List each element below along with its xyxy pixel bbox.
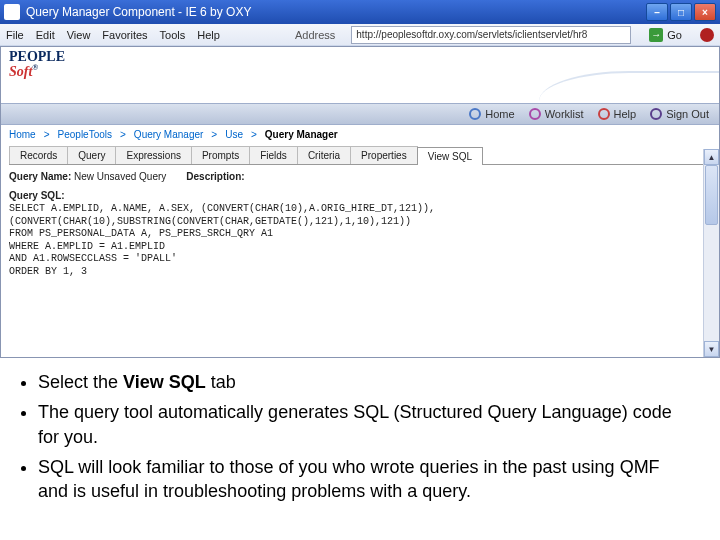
go-arrow-icon: → bbox=[649, 28, 663, 42]
minimize-button[interactable]: – bbox=[646, 3, 668, 21]
query-name-value: New Unsaved Query bbox=[74, 171, 166, 182]
worklist-icon bbox=[529, 108, 541, 120]
tab-criteria[interactable]: Criteria bbox=[297, 146, 351, 164]
scroll-thumb[interactable] bbox=[705, 165, 718, 225]
app-banner: PEOPLE Soft® bbox=[1, 47, 719, 103]
ie-icon bbox=[4, 4, 20, 20]
tabstrip: Records Query Expressions Prompts Fields… bbox=[9, 146, 711, 165]
scroll-up-button[interactable]: ▲ bbox=[704, 149, 719, 165]
crumb-use[interactable]: Use bbox=[225, 129, 243, 140]
topnav-worklist-label: Worklist bbox=[545, 108, 584, 120]
crumb-qmgr[interactable]: Query Manager bbox=[134, 129, 203, 140]
menubar: File Edit View Favorites Tools Help Addr… bbox=[0, 24, 720, 46]
sql-label: Query SQL: bbox=[9, 190, 711, 201]
window-titlebar: Query Manager Component - IE 6 by OXY – … bbox=[0, 0, 720, 24]
breadcrumb: Home> PeopleTools> Query Manager> Use> Q… bbox=[9, 129, 711, 142]
tab-view-sql[interactable]: View SQL bbox=[417, 147, 483, 165]
menu-file[interactable]: File bbox=[6, 29, 24, 41]
vertical-scrollbar[interactable]: ▲ ▼ bbox=[703, 149, 719, 357]
banner-decoration bbox=[539, 71, 719, 101]
tab-prompts[interactable]: Prompts bbox=[191, 146, 250, 164]
tab-query[interactable]: Query bbox=[67, 146, 116, 164]
help-icon bbox=[598, 108, 610, 120]
crumb-current: Query Manager bbox=[265, 129, 338, 140]
sql-text: SELECT A.EMPLID, A.NAME, A.SEX, (CONVERT… bbox=[9, 201, 711, 278]
page-body: Home> PeopleTools> Query Manager> Use> Q… bbox=[1, 125, 719, 335]
topnav-home-label: Home bbox=[485, 108, 514, 120]
close-button[interactable]: × bbox=[694, 3, 716, 21]
menu-help[interactable]: Help bbox=[197, 29, 220, 41]
window-controls: – □ × bbox=[646, 3, 716, 21]
crumb-home[interactable]: Home bbox=[9, 129, 36, 140]
menu-favorites[interactable]: Favorites bbox=[102, 29, 147, 41]
note-1-pre: Select the bbox=[38, 372, 123, 392]
topnav-signout[interactable]: Sign Out bbox=[650, 108, 709, 120]
address-label: Address bbox=[295, 29, 335, 41]
menu-tools[interactable]: Tools bbox=[160, 29, 186, 41]
logo-reg: ® bbox=[32, 63, 38, 72]
go-button[interactable]: → Go bbox=[649, 28, 682, 42]
note-2: The query tool automatically generates S… bbox=[38, 400, 694, 449]
links-icon[interactable] bbox=[700, 28, 714, 42]
maximize-button[interactable]: □ bbox=[670, 3, 692, 21]
query-name-label: Query Name: bbox=[9, 171, 71, 182]
slide-notes: Select the View SQL tab The query tool a… bbox=[0, 358, 720, 521]
query-meta-row: Query Name: New Unsaved Query Descriptio… bbox=[9, 165, 711, 186]
topnav-worklist[interactable]: Worklist bbox=[529, 108, 584, 120]
tab-fields[interactable]: Fields bbox=[249, 146, 298, 164]
home-icon bbox=[469, 108, 481, 120]
note-1: Select the View SQL tab bbox=[38, 370, 694, 394]
address-input[interactable]: http://peoplesoftdr.oxy.com/servlets/icl… bbox=[351, 26, 631, 44]
topnav-help[interactable]: Help bbox=[598, 108, 637, 120]
topnav-home[interactable]: Home bbox=[469, 108, 514, 120]
browser-viewport: PEOPLE Soft® Home Worklist Help Sign Out… bbox=[0, 46, 720, 358]
tab-properties[interactable]: Properties bbox=[350, 146, 418, 164]
peoplesoft-logo: PEOPLE Soft® bbox=[9, 51, 65, 78]
menu-edit[interactable]: Edit bbox=[36, 29, 55, 41]
topnav: Home Worklist Help Sign Out bbox=[1, 103, 719, 125]
topnav-help-label: Help bbox=[614, 108, 637, 120]
menu-view[interactable]: View bbox=[67, 29, 91, 41]
scroll-track[interactable] bbox=[704, 165, 719, 341]
scroll-down-button[interactable]: ▼ bbox=[704, 341, 719, 357]
window-title: Query Manager Component - IE 6 by OXY bbox=[26, 5, 251, 19]
note-1-bold: View SQL bbox=[123, 372, 206, 392]
tab-expressions[interactable]: Expressions bbox=[115, 146, 191, 164]
topnav-signout-label: Sign Out bbox=[666, 108, 709, 120]
note-1-post: tab bbox=[206, 372, 236, 392]
tab-records[interactable]: Records bbox=[9, 146, 68, 164]
logo-line2: Soft bbox=[9, 63, 32, 78]
note-3: SQL will look familiar to those of you w… bbox=[38, 455, 694, 504]
signout-icon bbox=[650, 108, 662, 120]
go-label: Go bbox=[667, 29, 682, 41]
query-desc-label: Description: bbox=[186, 171, 244, 182]
crumb-peopletools[interactable]: PeopleTools bbox=[58, 129, 112, 140]
